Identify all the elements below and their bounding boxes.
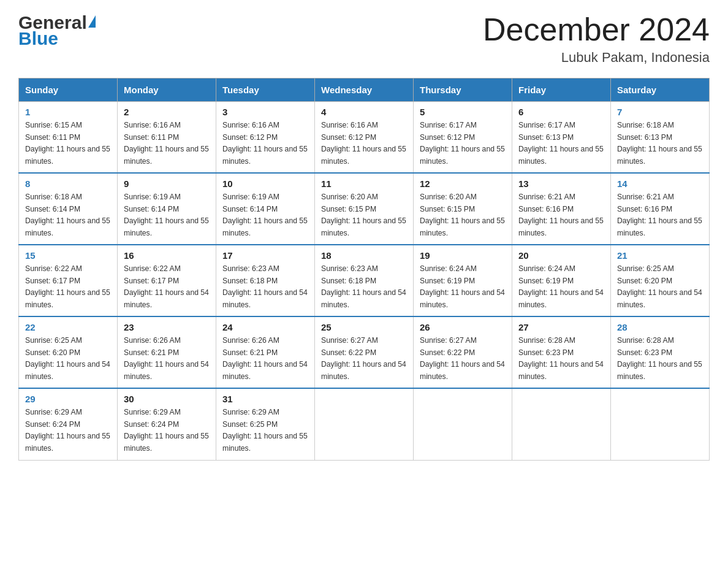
day-number: 30 <box>124 394 210 404</box>
calendar-cell <box>611 388 710 460</box>
day-number: 29 <box>25 394 111 404</box>
day-number: 22 <box>25 322 111 332</box>
logo-blue: Blue <box>18 32 58 45</box>
calendar-cell: 10Sunrise: 6:19 AMSunset: 6:14 PMDayligh… <box>216 173 315 245</box>
day-number: 4 <box>321 107 407 117</box>
day-number: 23 <box>124 322 210 332</box>
header-day-wednesday: Wednesday <box>315 79 414 102</box>
day-info: Sunrise: 6:18 AMSunset: 6:13 PMDaylight:… <box>617 120 703 167</box>
day-number: 17 <box>222 250 308 261</box>
day-info: Sunrise: 6:24 AMSunset: 6:19 PMDaylight:… <box>518 263 604 311</box>
day-number: 12 <box>420 178 506 189</box>
day-number: 27 <box>518 322 604 332</box>
week-row-2: 8Sunrise: 6:18 AMSunset: 6:14 PMDaylight… <box>19 173 710 245</box>
calendar-cell: 19Sunrise: 6:24 AMSunset: 6:19 PMDayligh… <box>414 245 512 316</box>
day-number: 9 <box>124 178 210 189</box>
day-number: 15 <box>25 250 111 261</box>
calendar-cell: 24Sunrise: 6:26 AMSunset: 6:21 PMDayligh… <box>216 316 315 388</box>
day-info: Sunrise: 6:16 AMSunset: 6:12 PMDaylight:… <box>321 120 407 167</box>
day-number: 13 <box>518 178 604 189</box>
day-number: 1 <box>25 107 111 117</box>
page-header: General Blue December 2024 Lubuk Pakam, … <box>18 12 710 66</box>
calendar-cell <box>512 388 611 460</box>
calendar-cell: 30Sunrise: 6:29 AMSunset: 6:24 PMDayligh… <box>118 388 216 460</box>
day-info: Sunrise: 6:16 AMSunset: 6:12 PMDaylight:… <box>222 120 308 167</box>
title-section: December 2024 Lubuk Pakam, Indonesia <box>483 12 710 66</box>
day-info: Sunrise: 6:27 AMSunset: 6:22 PMDaylight:… <box>321 335 407 383</box>
calendar-cell: 27Sunrise: 6:28 AMSunset: 6:23 PMDayligh… <box>512 316 611 388</box>
day-number: 25 <box>321 322 407 332</box>
day-number: 14 <box>617 178 703 189</box>
header-day-monday: Monday <box>118 79 216 102</box>
day-number: 28 <box>617 322 703 332</box>
week-row-3: 15Sunrise: 6:22 AMSunset: 6:17 PMDayligh… <box>19 245 710 316</box>
day-info: Sunrise: 6:25 AMSunset: 6:20 PMDaylight:… <box>25 335 111 383</box>
day-info: Sunrise: 6:21 AMSunset: 6:16 PMDaylight:… <box>518 191 604 239</box>
month-title: December 2024 <box>483 12 710 47</box>
calendar-cell: 15Sunrise: 6:22 AMSunset: 6:17 PMDayligh… <box>19 245 118 316</box>
day-number: 5 <box>420 107 506 117</box>
day-number: 2 <box>124 107 210 117</box>
calendar-cell <box>414 388 512 460</box>
day-info: Sunrise: 6:22 AMSunset: 6:17 PMDaylight:… <box>25 263 111 311</box>
week-row-1: 1Sunrise: 6:15 AMSunset: 6:11 PMDaylight… <box>19 102 710 174</box>
calendar-cell: 6Sunrise: 6:17 AMSunset: 6:13 PMDaylight… <box>512 102 611 174</box>
day-info: Sunrise: 6:22 AMSunset: 6:17 PMDaylight:… <box>124 263 210 311</box>
day-info: Sunrise: 6:29 AMSunset: 6:25 PMDaylight:… <box>222 407 308 454</box>
calendar-cell: 23Sunrise: 6:26 AMSunset: 6:21 PMDayligh… <box>118 316 216 388</box>
week-row-4: 22Sunrise: 6:25 AMSunset: 6:20 PMDayligh… <box>19 316 710 388</box>
day-info: Sunrise: 6:26 AMSunset: 6:21 PMDaylight:… <box>124 335 210 383</box>
day-info: Sunrise: 6:15 AMSunset: 6:11 PMDaylight:… <box>25 120 111 167</box>
day-info: Sunrise: 6:17 AMSunset: 6:12 PMDaylight:… <box>420 120 506 167</box>
day-info: Sunrise: 6:29 AMSunset: 6:24 PMDaylight:… <box>25 407 111 454</box>
header-day-sunday: Sunday <box>19 79 118 102</box>
day-info: Sunrise: 6:28 AMSunset: 6:23 PMDaylight:… <box>518 335 604 383</box>
calendar-cell: 26Sunrise: 6:27 AMSunset: 6:22 PMDayligh… <box>414 316 512 388</box>
calendar-cell: 20Sunrise: 6:24 AMSunset: 6:19 PMDayligh… <box>512 245 611 316</box>
calendar-cell: 3Sunrise: 6:16 AMSunset: 6:12 PMDaylight… <box>216 102 315 174</box>
calendar-cell: 16Sunrise: 6:22 AMSunset: 6:17 PMDayligh… <box>118 245 216 316</box>
header-day-thursday: Thursday <box>414 79 512 102</box>
day-number: 19 <box>420 250 506 261</box>
day-info: Sunrise: 6:24 AMSunset: 6:19 PMDaylight:… <box>420 263 506 311</box>
calendar-cell: 17Sunrise: 6:23 AMSunset: 6:18 PMDayligh… <box>216 245 315 316</box>
calendar-cell: 12Sunrise: 6:20 AMSunset: 6:15 PMDayligh… <box>414 173 512 245</box>
day-number: 24 <box>222 322 308 332</box>
calendar-cell: 7Sunrise: 6:18 AMSunset: 6:13 PMDaylight… <box>611 102 710 174</box>
calendar-cell: 29Sunrise: 6:29 AMSunset: 6:24 PMDayligh… <box>19 388 118 460</box>
calendar-cell: 2Sunrise: 6:16 AMSunset: 6:11 PMDaylight… <box>118 102 216 174</box>
week-row-5: 29Sunrise: 6:29 AMSunset: 6:24 PMDayligh… <box>19 388 710 460</box>
calendar-table: SundayMondayTuesdayWednesdayThursdayFrid… <box>18 78 710 460</box>
day-number: 16 <box>124 250 210 261</box>
day-info: Sunrise: 6:23 AMSunset: 6:18 PMDaylight:… <box>222 263 308 311</box>
day-info: Sunrise: 6:23 AMSunset: 6:18 PMDaylight:… <box>321 263 407 311</box>
calendar-cell: 18Sunrise: 6:23 AMSunset: 6:18 PMDayligh… <box>315 245 414 316</box>
day-number: 3 <box>222 107 308 117</box>
calendar-cell: 8Sunrise: 6:18 AMSunset: 6:14 PMDaylight… <box>19 173 118 245</box>
logo-triangle-icon <box>88 15 96 28</box>
day-number: 8 <box>25 178 111 189</box>
day-info: Sunrise: 6:21 AMSunset: 6:16 PMDaylight:… <box>617 191 703 239</box>
day-info: Sunrise: 6:17 AMSunset: 6:13 PMDaylight:… <box>518 120 604 167</box>
day-number: 18 <box>321 250 407 261</box>
day-info: Sunrise: 6:19 AMSunset: 6:14 PMDaylight:… <box>124 191 210 239</box>
day-info: Sunrise: 6:16 AMSunset: 6:11 PMDaylight:… <box>124 120 210 167</box>
day-info: Sunrise: 6:20 AMSunset: 6:15 PMDaylight:… <box>321 191 407 239</box>
day-info: Sunrise: 6:18 AMSunset: 6:14 PMDaylight:… <box>25 191 111 239</box>
calendar-cell: 4Sunrise: 6:16 AMSunset: 6:12 PMDaylight… <box>315 102 414 174</box>
header-day-saturday: Saturday <box>611 79 710 102</box>
calendar-cell: 5Sunrise: 6:17 AMSunset: 6:12 PMDaylight… <box>414 102 512 174</box>
calendar-cell: 11Sunrise: 6:20 AMSunset: 6:15 PMDayligh… <box>315 173 414 245</box>
day-number: 21 <box>617 250 703 261</box>
day-info: Sunrise: 6:19 AMSunset: 6:14 PMDaylight:… <box>222 191 308 239</box>
day-info: Sunrise: 6:29 AMSunset: 6:24 PMDaylight:… <box>124 407 210 454</box>
header-row: SundayMondayTuesdayWednesdayThursdayFrid… <box>19 79 710 102</box>
calendar-cell: 22Sunrise: 6:25 AMSunset: 6:20 PMDayligh… <box>19 316 118 388</box>
header-day-tuesday: Tuesday <box>216 79 315 102</box>
logo: General Blue <box>18 12 96 45</box>
day-info: Sunrise: 6:28 AMSunset: 6:23 PMDaylight:… <box>617 335 703 383</box>
calendar-cell: 25Sunrise: 6:27 AMSunset: 6:22 PMDayligh… <box>315 316 414 388</box>
calendar-cell: 21Sunrise: 6:25 AMSunset: 6:20 PMDayligh… <box>611 245 710 316</box>
day-info: Sunrise: 6:26 AMSunset: 6:21 PMDaylight:… <box>222 335 308 383</box>
day-number: 20 <box>518 250 604 261</box>
